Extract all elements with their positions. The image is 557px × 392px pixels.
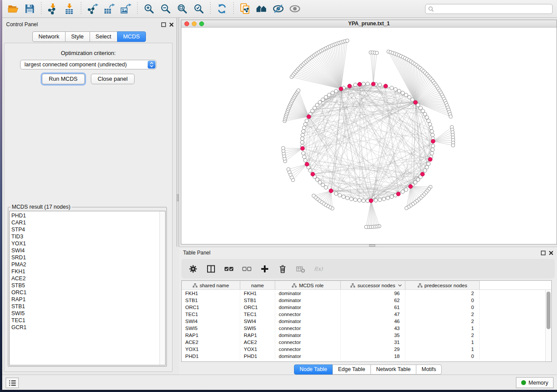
table-cell: ACE2 xyxy=(240,339,275,346)
add-entry-button[interactable] xyxy=(258,262,271,275)
tab-mcds[interactable]: MCDS xyxy=(117,31,146,42)
show-eye-button[interactable] xyxy=(287,2,303,16)
node-table[interactable]: shared namenameMCDS rolesuccessor nodesp… xyxy=(181,280,552,362)
float-window-icon[interactable] xyxy=(541,251,546,255)
table-cell: dominator xyxy=(275,318,341,325)
criterion-select[interactable]: largest connected component (undirected) xyxy=(20,60,156,69)
table-row[interactable]: RAP1RAP1dominator352 xyxy=(182,332,545,339)
zoom-fit-button[interactable] xyxy=(174,2,190,16)
network-window-titlebar[interactable]: YPA_prune.txt_1 xyxy=(181,20,557,28)
task-history-button[interactable] xyxy=(6,378,19,388)
zoom-fit-icon xyxy=(176,3,188,14)
list-item[interactable]: STP4 xyxy=(10,226,159,233)
list-item[interactable]: STB1 xyxy=(10,303,159,310)
shared-column-icon xyxy=(418,283,422,288)
list-item[interactable]: SWI4 xyxy=(10,247,159,254)
list-item[interactable]: ORC1 xyxy=(10,289,159,296)
table-row[interactable]: YOX1YOX1connector291 xyxy=(182,346,545,353)
list-item[interactable]: YOX1 xyxy=(10,240,159,247)
table-mode-gear-button[interactable] xyxy=(187,262,200,275)
hide-selected-button[interactable] xyxy=(270,2,287,16)
import-network-button[interactable] xyxy=(45,2,61,16)
table-cell: connector xyxy=(275,339,341,346)
float-window-icon[interactable] xyxy=(161,22,166,27)
close-panel-icon[interactable] xyxy=(549,251,554,255)
list-item[interactable]: SRD1 xyxy=(10,254,159,261)
tab-node-table[interactable]: Node Table xyxy=(294,364,333,375)
list-item[interactable]: RAP1 xyxy=(10,296,159,303)
list-item[interactable]: CAR1 xyxy=(10,219,159,226)
export-network-button[interactable] xyxy=(84,2,101,16)
table-row[interactable]: ORC1ORC1dominator610 xyxy=(182,304,545,311)
mcds-result-list[interactable]: PHD1CAR1STP4TID3YOX1SWI4SRD1PMA2FKH1ACE2… xyxy=(10,212,159,365)
list-item[interactable]: STB5 xyxy=(10,282,159,289)
refresh-network-button[interactable] xyxy=(214,2,230,16)
table-cell: SWI5 xyxy=(182,325,240,332)
table-row[interactable]: SWI5SWI5connector431 xyxy=(182,325,545,332)
memory-button[interactable]: Memory xyxy=(516,377,554,388)
optimization-criterion-label: Optimization criterion: xyxy=(4,50,172,56)
export-image-button[interactable] xyxy=(118,2,134,16)
run-mcds-button[interactable]: Run MCDS xyxy=(42,74,85,84)
tab-network-table[interactable]: Network Table xyxy=(370,364,416,375)
table-row[interactable]: STB1STB1dominator620 xyxy=(182,297,545,304)
function-builder-button[interactable]: f(x) xyxy=(312,262,325,275)
open-session-button[interactable] xyxy=(5,2,21,16)
mcds-result-scrollbar[interactable] xyxy=(159,211,165,365)
list-item[interactable]: PMA2 xyxy=(10,261,159,268)
delete-entry-button[interactable] xyxy=(276,262,289,275)
zoom-out-button[interactable] xyxy=(157,2,174,16)
close-panel-button[interactable]: Close panel xyxy=(91,74,135,84)
table-toolbar: f(x) xyxy=(181,259,555,279)
list-item[interactable]: FKH1 xyxy=(10,268,159,275)
show-columns-button[interactable] xyxy=(204,262,218,275)
import-table-button[interactable] xyxy=(61,2,78,16)
column-header-predecessor-nodes[interactable]: predecessor nodes xyxy=(405,281,480,289)
desktop-background: Control Panel Network Style Select MCDS … xyxy=(0,0,557,392)
table-row[interactable]: PHD1PHD1dominator180 xyxy=(182,353,545,360)
tab-network[interactable]: Network xyxy=(32,31,66,42)
vertical-splitter-handle[interactable] xyxy=(177,194,179,201)
list-item[interactable]: GCR1 xyxy=(10,324,159,331)
list-item[interactable]: TID3 xyxy=(10,233,159,240)
save-session-button[interactable] xyxy=(21,2,38,16)
table-cell: SWI4 xyxy=(182,318,240,325)
column-header-shared-name[interactable]: shared name xyxy=(182,281,240,289)
search-input[interactable] xyxy=(434,4,550,14)
table-row[interactable]: ACE2ACE2connector311 xyxy=(182,339,545,346)
table-cell: 1 xyxy=(405,339,480,346)
search-icon xyxy=(428,6,434,12)
zoom-in-button[interactable] xyxy=(141,2,157,16)
network-canvas[interactable] xyxy=(181,28,557,244)
memory-status-icon xyxy=(521,380,526,385)
tab-style[interactable]: Style xyxy=(65,31,90,42)
table-cell: RAP1 xyxy=(182,332,240,339)
table-cell: 96 xyxy=(341,290,405,297)
column-header-MCDS-role[interactable]: MCDS role xyxy=(275,281,341,289)
zoom-selected-button[interactable] xyxy=(190,2,207,16)
list-item[interactable]: PHD1 xyxy=(10,212,159,219)
delete-table-button[interactable] xyxy=(294,262,307,275)
select-all-button[interactable] xyxy=(222,262,235,275)
table-scrollbar[interactable] xyxy=(545,290,551,361)
list-item[interactable]: SWI5 xyxy=(10,310,159,317)
table-row[interactable]: SWI4SWI4dominator462 xyxy=(182,318,545,325)
close-panel-icon[interactable] xyxy=(169,22,174,27)
export-table-button[interactable] xyxy=(101,2,118,16)
column-header-name[interactable]: name xyxy=(240,281,275,289)
deselect-all-button[interactable] xyxy=(240,262,253,275)
tab-motifs[interactable]: Motifs xyxy=(416,364,442,375)
table-row[interactable]: FKH1FKH1dominator962 xyxy=(182,290,545,297)
clone-network-button[interactable] xyxy=(237,2,253,16)
tab-select[interactable]: Select xyxy=(90,31,118,42)
tab-edge-table[interactable]: Edge Table xyxy=(332,364,371,375)
mcds-result-group: MCDS result (17 nodes) PHD1CAR1STP4TID3Y… xyxy=(8,204,167,367)
column-header-successor-nodes[interactable]: successor nodes xyxy=(341,281,405,289)
list-item[interactable]: TEC1 xyxy=(10,317,159,324)
list-item[interactable]: ACE2 xyxy=(10,275,159,282)
table-tabs: Node Table Edge Table Network Table Moti… xyxy=(179,364,557,375)
home-networks-button[interactable] xyxy=(253,2,270,16)
table-scrollbar-thumb[interactable] xyxy=(547,292,550,329)
table-cell: 18 xyxy=(341,353,405,360)
table-row[interactable]: TEC1TEC1connector472 xyxy=(182,311,545,318)
